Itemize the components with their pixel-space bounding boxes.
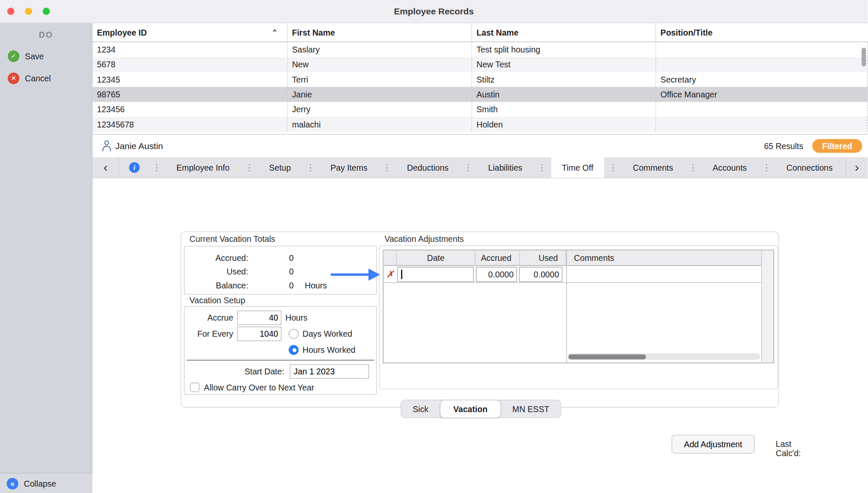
tab-accounts[interactable]: Accounts xyxy=(702,157,757,177)
comments-column-divider xyxy=(566,250,567,363)
hours-unit-label: Hours xyxy=(305,281,327,290)
chevron-left-icon: ‹ xyxy=(103,160,108,174)
add-adjustment-button[interactable]: Add Adjustment xyxy=(671,435,754,453)
text-caret xyxy=(401,269,402,279)
first-name-cell: Terri xyxy=(287,72,472,87)
table-row[interactable]: 12345678 malachi Holden xyxy=(92,117,868,132)
accrue-unit-label: Hours xyxy=(285,313,307,322)
tab-sick[interactable]: Sick xyxy=(401,400,440,418)
totals-group-title: Current Vacation Totals xyxy=(189,234,275,244)
tab-handle-icon: ⋮ xyxy=(609,157,618,177)
tab-record-info[interactable]: i xyxy=(121,157,147,177)
position-cell: Office Manager xyxy=(656,87,868,102)
column-header-position-title[interactable]: Position/Title xyxy=(656,23,868,42)
carry-over-checkbox[interactable] xyxy=(190,382,199,392)
save-label: Save xyxy=(25,51,44,61)
adjustment-used-input[interactable]: 0.0000 xyxy=(519,266,562,281)
tab-handle-icon: ⋮ xyxy=(383,157,392,177)
column-header-last-name[interactable]: Last Name xyxy=(472,23,656,42)
radio-selected-icon xyxy=(289,345,299,355)
tab-employee-info[interactable]: Employee Info xyxy=(166,157,240,177)
record-bar: Janie Austin 65 Results Filtered xyxy=(92,134,868,157)
employee-id-cell: 123456 xyxy=(92,102,287,117)
adjustment-date-input[interactable] xyxy=(397,266,473,281)
tab-handle-icon: ⋮ xyxy=(762,157,771,177)
collapse-button[interactable]: « Collapse xyxy=(0,473,92,493)
last-name-cell: Test split housing xyxy=(472,42,656,57)
annotation-arrow xyxy=(330,267,381,283)
minimize-button[interactable] xyxy=(25,8,32,15)
cancel-button[interactable]: ✕ Cancel xyxy=(0,67,92,89)
tab-connections[interactable]: Connections xyxy=(776,157,843,177)
delete-adjustment-button[interactable]: ✗ xyxy=(384,268,397,280)
check-icon: ✓ xyxy=(8,50,19,61)
table-scrollbar-thumb[interactable] xyxy=(862,47,866,66)
tab-liabilities[interactable]: Liabilities xyxy=(478,157,533,177)
hours-worked-radio[interactable]: Hours Worked xyxy=(289,345,356,355)
date-column-header: Date xyxy=(397,250,476,265)
window-title: Employee Records xyxy=(394,6,473,17)
adjustments-table-body: ✗ 0.0000 0.0000 xyxy=(384,266,773,363)
tab-handle-icon: ⋮ xyxy=(245,157,254,177)
tab-handle-icon: ⋮ xyxy=(688,157,697,177)
last-calcd-label: Last Calc'd: xyxy=(776,439,801,458)
zoom-button[interactable] xyxy=(43,8,50,15)
last-name-cell: Smith xyxy=(472,102,656,117)
close-button[interactable] xyxy=(7,8,14,15)
used-column-header: Used xyxy=(520,250,566,265)
tab-vacation[interactable]: Vacation xyxy=(440,400,501,418)
employee-table-header: Employee ID ⌃ First Name Last Name Posit… xyxy=(92,23,868,42)
adjustments-table: Date Accrued Used Comments ✗ xyxy=(383,250,774,363)
tab-mn-esst[interactable]: MN ESST xyxy=(501,400,561,418)
column-header-first-name[interactable]: First Name xyxy=(287,23,472,42)
last-name-cell: Austin xyxy=(472,87,656,102)
tab-pay-items[interactable]: Pay Items xyxy=(320,157,378,177)
tab-deductions[interactable]: Deductions xyxy=(396,157,459,177)
position-cell xyxy=(656,57,868,72)
last-name-cell: Stiltz xyxy=(472,72,656,87)
employee-id-cell: 12345678 xyxy=(92,117,287,132)
adjustments-vertical-scrollbar[interactable] xyxy=(761,250,773,363)
balance-value: 0 xyxy=(248,281,294,290)
tab-handle-icon: ⋮ xyxy=(538,157,547,177)
first-name-cell: Jerry xyxy=(287,102,472,117)
adjustments-group-title: Vacation Adjustments xyxy=(384,234,464,244)
table-row[interactable]: 5678 New New Test xyxy=(92,57,868,72)
person-icon xyxy=(102,140,111,152)
setup-divider xyxy=(187,360,374,360)
window-titlebar: Employee Records xyxy=(0,0,868,23)
tab-bar: ‹ i ⋮ Employee Info ⋮ Setup ⋮ Pay Items … xyxy=(92,157,868,178)
delete-column-header xyxy=(384,250,397,265)
tab-handle-icon: ⋮ xyxy=(464,157,473,177)
tabs-scroll-left-button[interactable]: ‹ xyxy=(92,157,119,177)
vacation-setup-box: Accrue Hours For Every Days Worked Hour xyxy=(184,306,377,395)
filtered-badge[interactable]: Filtered xyxy=(812,139,862,153)
column-header-employee-id[interactable]: Employee ID ⌃ xyxy=(92,23,287,42)
time-off-page-tabs: Sick Vacation MN ESST xyxy=(401,400,561,418)
position-cell xyxy=(656,42,868,57)
accrue-label: Accrue xyxy=(184,313,233,322)
horizontal-scrollbar-thumb[interactable] xyxy=(568,354,646,359)
results-count: 65 Results xyxy=(764,141,804,150)
adjustment-row: ✗ 0.0000 0.0000 xyxy=(384,266,773,283)
tab-time-off[interactable]: Time Off xyxy=(551,157,604,177)
table-row-selected[interactable]: 98765 Janie Austin Office Manager xyxy=(92,87,868,102)
employee-id-cell: 1234 xyxy=(92,42,287,57)
employee-id-cell: 98765 xyxy=(92,87,287,102)
used-label: Used: xyxy=(184,267,248,276)
table-row[interactable]: 123456 Jerry Smith xyxy=(92,102,868,117)
tab-setup[interactable]: Setup xyxy=(259,157,301,177)
start-date-input[interactable] xyxy=(290,364,369,379)
table-row[interactable]: 12345 Terri Stiltz Secretary xyxy=(92,72,868,87)
carry-over-label: Allow Carry Over to Next Year xyxy=(204,382,314,392)
accrue-input[interactable] xyxy=(237,310,282,325)
balance-label: Balance: xyxy=(184,281,248,290)
days-worked-radio[interactable]: Days Worked xyxy=(289,329,352,339)
adjustment-accrued-input[interactable]: 0.0000 xyxy=(476,266,517,281)
tab-comments[interactable]: Comments xyxy=(622,157,683,177)
table-row[interactable]: 1234 Saslary Test split housing xyxy=(92,42,868,57)
sidebar: DO ✓ Save ✕ Cancel « Collapse xyxy=(0,23,92,493)
tabs-scroll-right-button[interactable]: › xyxy=(846,157,868,177)
save-button[interactable]: ✓ Save xyxy=(0,45,92,67)
for-every-input[interactable] xyxy=(237,327,282,341)
